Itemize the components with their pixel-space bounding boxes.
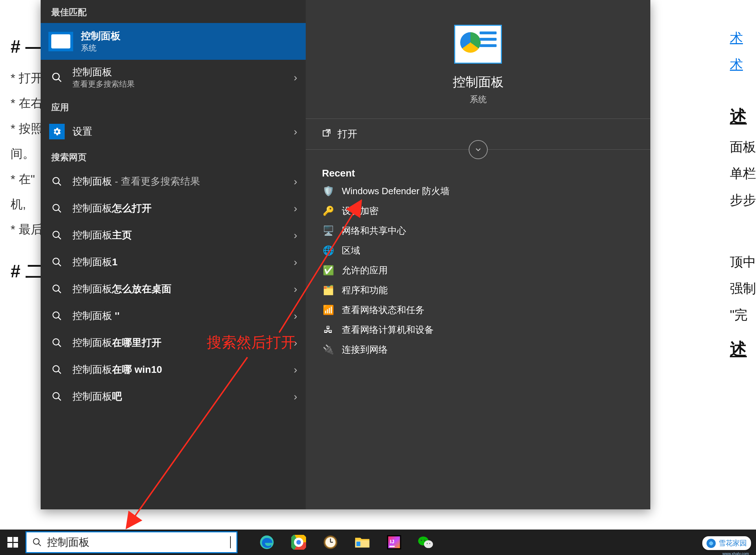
web-result-label: 控制面板 '' <box>72 309 286 323</box>
recent-item[interactable]: 🔑 设备加密 <box>306 201 650 221</box>
chrome-icon[interactable] <box>291 534 307 550</box>
watermark-url: www.xhaly.com <box>722 551 749 555</box>
web-result-label: 控制面板在哪 win10 <box>72 363 286 376</box>
control-panel-large-icon <box>454 25 502 64</box>
search-icon <box>49 308 65 324</box>
best-match-header: 最佳匹配 <box>41 0 306 23</box>
web-result-label: 控制面板 - 查看更多搜索结果 <box>72 175 286 188</box>
recent-item-icon: 🛡️ <box>322 185 335 197</box>
web-search-result[interactable]: 控制面板主页 › <box>41 222 306 249</box>
web-search-result[interactable]: 控制面板怎么放在桌面 › <box>41 276 306 302</box>
taskbar-pinned-apps: IJ <box>259 534 434 550</box>
chevron-right-icon: › <box>294 364 297 376</box>
web-search-result[interactable]: 控制面板在哪 win10 › <box>41 356 306 383</box>
recent-item[interactable]: 🖧 查看网络计算机和设备 <box>306 320 650 340</box>
windows-logo-icon <box>7 537 18 548</box>
detail-title: 控制面板 <box>313 74 643 91</box>
settings-label: 设置 <box>72 125 286 138</box>
svg-point-0 <box>53 73 59 80</box>
taskbar-app-label: Markdc <box>4 519 31 529</box>
snowflake-logo-icon <box>707 539 716 548</box>
svg-point-10 <box>53 285 59 291</box>
apps-settings-result[interactable]: 设置 › <box>41 118 306 145</box>
svg-line-1 <box>58 79 61 82</box>
search-icon <box>49 174 65 189</box>
recent-item-icon: 🌐 <box>322 244 335 257</box>
open-new-window-icon <box>322 128 331 140</box>
web-search-result[interactable]: 控制面板1 › <box>41 249 306 276</box>
start-button[interactable] <box>0 530 25 555</box>
web-result-label: 控制面板怎么放在桌面 <box>72 282 286 296</box>
recent-item-icon: 🔑 <box>322 204 335 217</box>
open-label: 打开 <box>338 127 357 141</box>
search-icon <box>49 389 65 404</box>
recent-item[interactable]: 🔌 连接到网络 <box>306 340 650 359</box>
recent-item-label: 连接到网络 <box>342 343 388 356</box>
taskbar: IJ <box>0 530 756 555</box>
search-input[interactable] <box>47 536 225 548</box>
wechat-icon[interactable] <box>418 534 434 550</box>
watermark-name: 雪花家园 <box>719 538 747 548</box>
search-icon <box>49 281 65 297</box>
svg-point-44 <box>424 540 433 548</box>
web-search-result[interactable]: 控制面板 '' › <box>41 302 306 329</box>
expand-toggle[interactable] <box>469 140 488 159</box>
taskbar-search-box[interactable] <box>25 531 238 553</box>
recent-header: Recent <box>306 159 650 181</box>
svg-point-46 <box>424 540 426 541</box>
recent-item[interactable]: 🗂️ 程序和功能 <box>306 280 650 300</box>
svg-point-45 <box>421 540 422 541</box>
recent-item[interactable]: 🖥️ 网络和共享中心 <box>306 221 650 241</box>
web-search-result[interactable]: 控制面板怎么打开 › <box>41 195 306 222</box>
svg-point-18 <box>53 393 59 399</box>
intellij-icon[interactable]: IJ <box>386 534 402 550</box>
search-icon <box>49 254 65 270</box>
svg-line-3 <box>58 183 61 186</box>
svg-point-8 <box>53 258 59 265</box>
background-document-text: # — * 打开 * 在右 * 按照 间。 * 在" 机, * 最后 # 二 <box>11 28 43 290</box>
search-icon <box>49 70 65 85</box>
gear-icon <box>49 124 65 139</box>
web-search-result[interactable]: 控制面板 - 查看更多搜索结果 › <box>41 168 306 195</box>
svg-rect-42 <box>389 546 395 547</box>
recent-item[interactable]: 🌐 区域 <box>306 241 650 260</box>
search-icon <box>32 537 42 547</box>
recent-item-label: 查看网络计算机和设备 <box>342 324 434 336</box>
svg-line-11 <box>58 290 61 293</box>
chevron-right-icon: › <box>294 71 297 83</box>
chevron-right-icon: › <box>294 391 297 403</box>
best-match-title: 控制面板 <box>81 29 121 43</box>
recent-item-icon: 🖧 <box>322 323 335 336</box>
apps-header: 应用 <box>41 95 306 118</box>
text-cursor <box>230 536 231 548</box>
edge-icon[interactable] <box>259 534 275 550</box>
recent-item[interactable]: 🛡️ Windows Defender 防火墙 <box>306 181 650 201</box>
search-icon <box>49 362 65 377</box>
recent-item-icon: 🗂️ <box>322 284 335 296</box>
recent-item-label: 设备加密 <box>342 205 379 217</box>
web-search-result[interactable]: 控制面板吧 › <box>41 383 306 410</box>
chevron-down-icon <box>474 145 482 154</box>
recent-item[interactable]: 📶 查看网络状态和任务 <box>306 300 650 320</box>
chevron-right-icon: › <box>294 310 297 322</box>
chevron-right-icon: › <box>294 202 297 214</box>
svg-line-15 <box>58 344 61 347</box>
svg-point-47 <box>427 543 428 544</box>
recent-item-label: 区域 <box>342 244 360 257</box>
svg-point-48 <box>429 543 430 544</box>
best-match-subtitle: 系统 <box>81 43 121 53</box>
search-results-column: 最佳匹配 控制面板 系统 控制面板 查看更多搜索结果 › 应用 设置 › <box>41 0 306 509</box>
recent-item-label: 查看网络状态和任务 <box>342 304 424 316</box>
search-icon <box>49 335 65 351</box>
chevron-right-icon: › <box>294 126 297 138</box>
file-explorer-icon[interactable] <box>354 534 370 550</box>
more-results-subtitle: 查看更多搜索结果 <box>72 79 286 89</box>
best-match-result[interactable]: 控制面板 系统 <box>41 23 306 60</box>
chevron-right-icon: › <box>294 283 297 295</box>
detail-header: 控制面板 系统 <box>306 0 650 119</box>
svg-rect-38 <box>357 542 361 546</box>
recent-item-icon: 🔌 <box>322 343 335 356</box>
clock-icon[interactable] <box>322 534 339 550</box>
search-more-results[interactable]: 控制面板 查看更多搜索结果 › <box>41 60 306 95</box>
recent-item[interactable]: ✅ 允许的应用 <box>306 260 650 280</box>
